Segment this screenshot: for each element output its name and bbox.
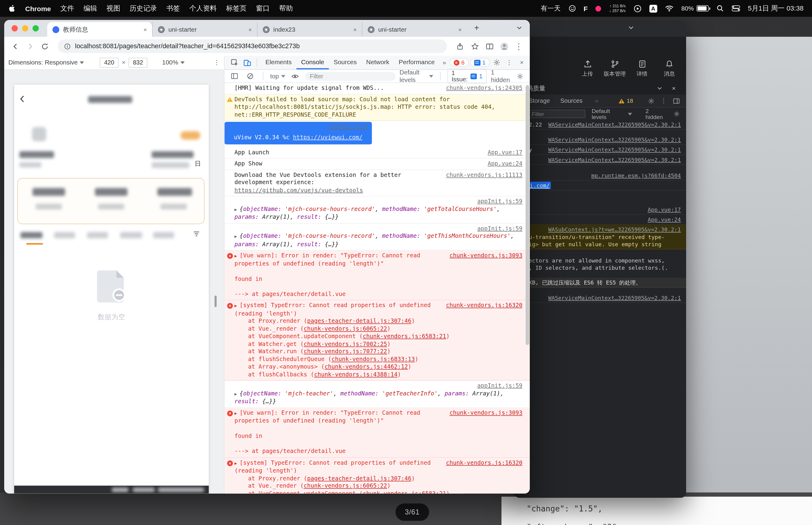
log-levels-dropdown[interactable]: Default levels bbox=[400, 69, 433, 84]
tab-close-icon[interactable]: × bbox=[353, 26, 357, 32]
devtools-menu-icon[interactable]: ⋮ bbox=[503, 57, 515, 68]
source-link[interactable]: appInit.js:59 bbox=[478, 198, 522, 205]
error-count-badge[interactable]: × 6 bbox=[449, 58, 469, 66]
battery-indicator[interactable]: 80% bbox=[681, 5, 709, 12]
expand-triangle-icon[interactable]: ▶ bbox=[234, 391, 237, 396]
device-width-input[interactable] bbox=[100, 58, 119, 68]
wifi-icon[interactable] bbox=[665, 5, 673, 12]
gear-icon[interactable] bbox=[491, 57, 502, 68]
split-view-icon[interactable] bbox=[484, 40, 495, 52]
clock[interactable]: 5月1日 周一 03:38 bbox=[748, 4, 803, 13]
gear-icon[interactable] bbox=[647, 97, 655, 104]
source-link[interactable]: appInit.js:59 bbox=[478, 225, 522, 232]
stack-source-link[interactable]: chunk-vendors.js:6583:21 bbox=[363, 490, 446, 493]
more-tabs-icon[interactable]: » bbox=[593, 97, 600, 104]
menu-item[interactable]: 书签 bbox=[166, 4, 180, 13]
chrome-window[interactable]: 教师信息×uni-starter×index23×uni-starter× + … bbox=[4, 20, 530, 493]
collapse-panel-icon[interactable] bbox=[657, 85, 662, 91]
debugger-tab-sources[interactable]: Sources bbox=[560, 97, 582, 104]
blurred-tab[interactable] bbox=[20, 232, 43, 238]
device-toolbar-toggle-icon[interactable] bbox=[241, 57, 253, 68]
expand-triangle-icon[interactable]: ▶ bbox=[234, 234, 237, 239]
menu-item[interactable]: 窗口 bbox=[256, 4, 269, 13]
blurred-tab[interactable] bbox=[87, 232, 108, 238]
devtools-tab-console[interactable]: Console bbox=[296, 56, 329, 69]
menu-item[interactable]: 个人资料 bbox=[189, 4, 217, 13]
debugger-console[interactable]: 2.22WAServiceMainContext…32265905&v=2.30… bbox=[514, 120, 686, 498]
blurred-tab[interactable] bbox=[153, 232, 174, 238]
console-pane[interactable]: chunk-vendors.js:24305[HMR] Waiting for … bbox=[224, 83, 530, 493]
browser-menu-icon[interactable]: ⋮ bbox=[513, 40, 525, 52]
tab-close-icon[interactable]: × bbox=[458, 26, 462, 32]
wechat-devtools-titlebar[interactable] bbox=[514, 21, 686, 37]
console-sidebar-icon[interactable] bbox=[229, 71, 240, 81]
source-link[interactable]: WAServiceMainContext…32265905&v=2.30.2:1 bbox=[548, 121, 681, 128]
more-panels-icon[interactable]: » bbox=[441, 59, 449, 66]
source-link[interactable]: appInit.js:59 bbox=[478, 382, 522, 389]
control-center-icon[interactable] bbox=[732, 5, 740, 12]
f-app-status-icon[interactable]: F bbox=[584, 4, 588, 12]
source-link[interactable]: WAServiceMainContext…32265905&v=2.30.2:1 bbox=[548, 146, 681, 153]
ime-status-text[interactable]: 有一天 bbox=[541, 4, 561, 13]
stack-source-link[interactable]: chunk-vendors.js:6065:22 bbox=[303, 482, 387, 490]
expand-triangle-icon[interactable]: ▶ bbox=[234, 253, 237, 258]
stack-source-link[interactable]: chunk-vendors.js:7077:22 bbox=[303, 348, 387, 355]
blurred-tab[interactable] bbox=[120, 232, 142, 238]
source-link[interactable]: WASubContext.js?t=we…32265905&v=2.30.2:1 bbox=[548, 226, 681, 232]
devtools-tab-elements[interactable]: Elements bbox=[261, 56, 296, 69]
live-expression-eye-icon[interactable] bbox=[290, 71, 301, 81]
face-status-icon[interactable] bbox=[568, 5, 576, 12]
stack-source-link[interactable]: chunk-vendors.js:4462:12 bbox=[325, 363, 408, 370]
toolbar-item-详情[interactable]: 详情 bbox=[630, 60, 654, 78]
message-url-link[interactable]: https://github.com/vuejs/vue-devtools bbox=[234, 186, 363, 194]
device-toolbar-menu-icon[interactable]: ⋮ bbox=[214, 59, 220, 66]
stack-source-link[interactable]: chunk-vendors.js:6583:21 bbox=[363, 333, 446, 340]
source-link[interactable]: chunk-vendors.js:16320 bbox=[446, 302, 522, 310]
source-link[interactable]: WAServiceMainContext…32265905&v=2.30.2:1 bbox=[548, 294, 681, 301]
execution-context-dropdown[interactable]: top bbox=[270, 72, 285, 79]
menu-item[interactable]: 标签页 bbox=[226, 4, 247, 13]
filter-icon[interactable] bbox=[193, 230, 200, 238]
browser-tab[interactable]: uni-starter× bbox=[362, 22, 467, 37]
apple-menu-icon[interactable] bbox=[9, 4, 16, 13]
play-status-icon[interactable] bbox=[634, 4, 641, 12]
source-link[interactable]: WAServiceMainContext…32265905&v=2.30.2:1 bbox=[548, 136, 681, 143]
dimensions-dropdown[interactable]: Dimensions: Responsive bbox=[9, 59, 84, 66]
menu-item[interactable]: 视图 bbox=[107, 4, 120, 13]
debugger-levels-dropdown[interactable]: Default levels bbox=[592, 108, 632, 120]
source-link[interactable]: chunk-vendors.js:24305 bbox=[446, 85, 522, 92]
wechat-devtools-window[interactable]: 上传版本管理详情消息 码质量 × StorageSources » 18 ⋮ D… bbox=[514, 21, 686, 498]
forward-button[interactable] bbox=[24, 40, 35, 52]
source-link[interactable]: chunk-vendors.js:3093 bbox=[449, 409, 522, 417]
stack-source-link[interactable]: chunk-vendors.js:6833:13 bbox=[332, 356, 415, 363]
source-link[interactable]: App.vue:24 bbox=[647, 216, 681, 223]
close-devtools-icon[interactable]: × bbox=[516, 57, 527, 68]
devtools-tab-sources[interactable]: Sources bbox=[329, 56, 361, 69]
reload-button[interactable] bbox=[39, 40, 50, 52]
debugger-tab-storage[interactable]: Storage bbox=[529, 97, 550, 104]
browser-tab[interactable]: uni-starter× bbox=[152, 22, 257, 37]
issues-pill[interactable]: 1 Issue: 1 bbox=[447, 69, 487, 84]
magenta-app-status-icon[interactable] bbox=[596, 5, 602, 11]
menu-item[interactable]: 文件 bbox=[60, 4, 74, 13]
maximize-window-button[interactable] bbox=[33, 25, 39, 32]
chevron-down-icon[interactable] bbox=[628, 25, 634, 31]
source-link[interactable]: chunk-vendors.js:16320 bbox=[446, 459, 522, 466]
network-speed-indicator[interactable]: ↑ 211 B/s ↓ 257 B/s bbox=[609, 4, 626, 13]
debugger-filter-input[interactable] bbox=[529, 110, 585, 118]
site-info-icon[interactable] bbox=[64, 43, 71, 50]
scrollbar-thumb[interactable] bbox=[526, 85, 529, 345]
source-link[interactable]: config.js:6 bbox=[329, 123, 367, 130]
tab-search-icon[interactable] bbox=[516, 25, 522, 31]
tab-close-icon[interactable]: × bbox=[249, 26, 252, 32]
source-link[interactable]: App.vue:24 bbox=[488, 160, 522, 168]
spotlight-search-icon[interactable] bbox=[717, 5, 724, 12]
toolbar-item-消息[interactable]: 消息 bbox=[658, 60, 681, 78]
share-icon[interactable] bbox=[454, 40, 466, 52]
source-link[interactable]: WAServiceMainContext…32265905&v=2.30.2:1 bbox=[548, 156, 681, 163]
close-panel-icon[interactable]: × bbox=[672, 85, 675, 92]
toolbar-item-版本管理[interactable]: 版本管理 bbox=[603, 60, 626, 78]
expand-triangle-icon[interactable]: ▶ bbox=[234, 461, 237, 466]
blurred-tab[interactable] bbox=[54, 232, 75, 238]
clear-console-icon[interactable] bbox=[245, 71, 256, 81]
